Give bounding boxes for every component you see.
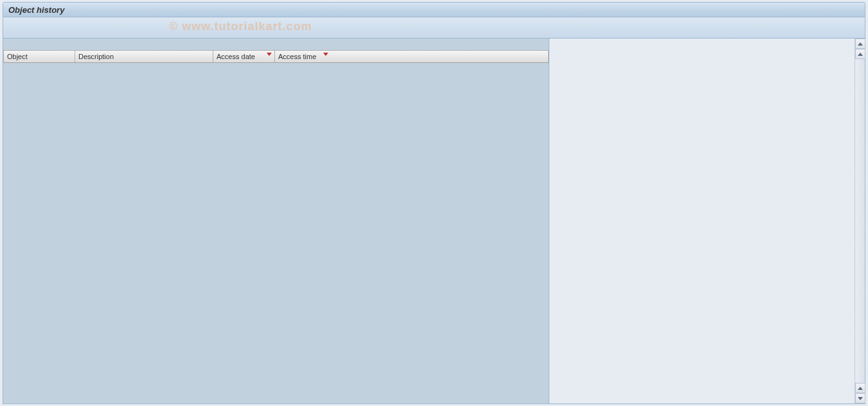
title-bar: Object history: [3, 2, 865, 17]
scroll-down-button[interactable]: [855, 393, 865, 403]
column-header-access-date[interactable]: Access date: [213, 51, 275, 62]
scroll-up-button[interactable]: [855, 49, 865, 59]
vertical-scrollbar[interactable]: [855, 39, 865, 403]
watermark: © www.tutorialkart.com: [169, 20, 312, 33]
table-header-row: Object Description Access date Access ti…: [3, 50, 549, 63]
chevron-down-icon: [858, 397, 863, 400]
column-label: Access time: [278, 53, 316, 60]
chevron-up-icon: [858, 387, 863, 390]
scroll-track[interactable]: [855, 59, 865, 383]
chevron-up-icon: [858, 53, 863, 56]
left-pane: Object Description Access date Access ti…: [3, 39, 549, 403]
chevron-up-icon: [858, 42, 863, 46]
scroll-up-button[interactable]: [855, 39, 865, 49]
page-title: Object history: [8, 5, 64, 15]
sort-desc-icon: [267, 53, 272, 56]
column-header-object[interactable]: Object: [3, 51, 75, 62]
column-label: Access date: [217, 53, 255, 60]
toolbar: © www.tutorialkart.com: [3, 17, 865, 39]
column-header-description[interactable]: Description: [75, 51, 213, 62]
window: Object history © www.tutorialkart.com Ob…: [3, 2, 865, 404]
column-label: Object: [7, 53, 28, 60]
column-label: Description: [78, 53, 114, 60]
table-body: [3, 63, 549, 403]
scroll-down-button[interactable]: [855, 383, 865, 393]
sort-desc-icon: [323, 53, 328, 56]
column-header-access-time[interactable]: Access time: [275, 51, 549, 62]
right-pane: [549, 39, 865, 403]
content-area: Object Description Access date Access ti…: [3, 39, 865, 404]
